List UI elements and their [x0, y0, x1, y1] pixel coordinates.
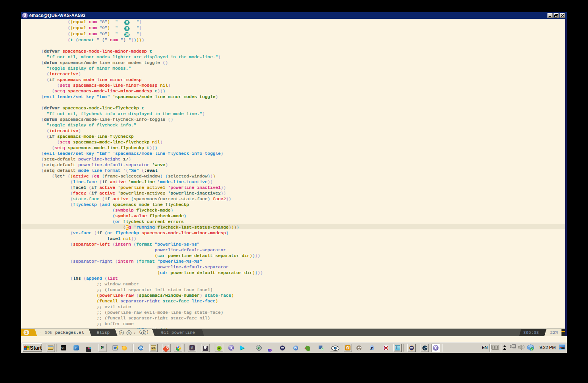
- svg-text:V: V: [257, 346, 260, 350]
